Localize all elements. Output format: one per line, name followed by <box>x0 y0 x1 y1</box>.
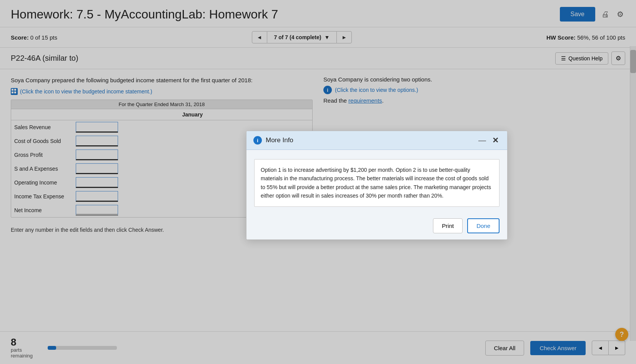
more-info-modal: i More Info — ✕ Option 1 is to increase … <box>246 131 508 238</box>
modal-minimize-button[interactable]: — <box>477 136 488 144</box>
modal-close-button[interactable]: ✕ <box>491 136 500 145</box>
modal-text-box: Option 1 is to increase advertising by $… <box>254 159 499 207</box>
modal-footer: Print Done <box>246 213 507 238</box>
minimize-icon: — <box>478 136 486 145</box>
modal-body-text: Option 1 is to increase advertising by $… <box>261 167 491 199</box>
modal-title-row: i More Info <box>253 136 293 145</box>
close-icon: ✕ <box>492 136 499 145</box>
modal-header: i More Info — ✕ <box>246 131 507 150</box>
modal-controls: — ✕ <box>477 136 500 145</box>
modal-done-button[interactable]: Done <box>467 218 499 233</box>
modal-body: Option 1 is to increase advertising by $… <box>246 150 507 213</box>
modal-title: More Info <box>266 136 293 144</box>
modal-info-icon: i <box>253 136 262 145</box>
modal-print-button[interactable]: Print <box>433 218 463 233</box>
modal-overlay: i More Info — ✕ Option 1 is to increase … <box>0 0 636 238</box>
